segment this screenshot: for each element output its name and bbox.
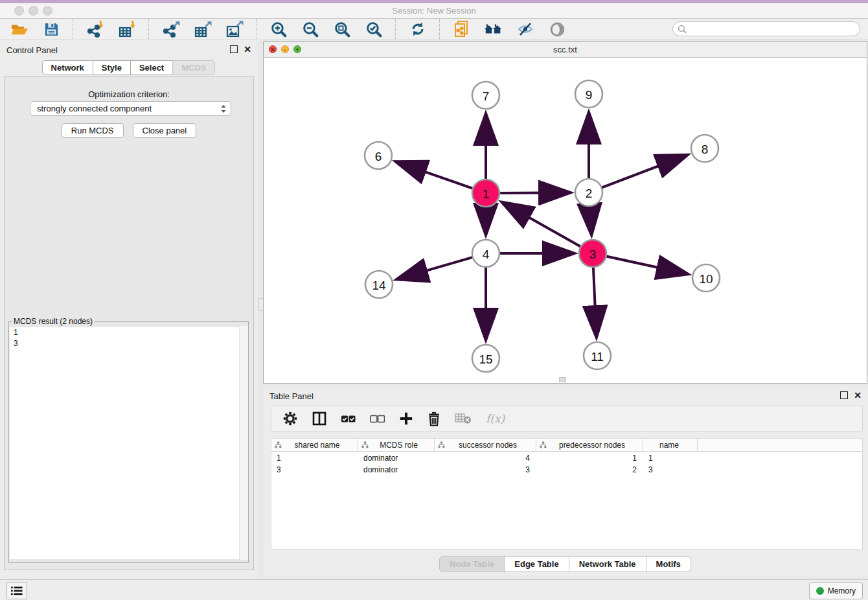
graph-node-7[interactable]: 7 [472, 82, 499, 109]
unselect-all-columns-button[interactable] [370, 415, 385, 423]
home-icon [483, 21, 504, 37]
float-table-panel-icon[interactable] [840, 391, 848, 399]
result-scrollbar[interactable] [239, 326, 248, 560]
svg-text:8: 8 [702, 143, 709, 156]
graph-edge-3-1[interactable] [501, 202, 582, 248]
cell-mcds-role[interactable]: dominator [358, 453, 435, 463]
svg-text:7: 7 [483, 89, 490, 103]
network-canvas[interactable]: 7961284314101511 [264, 58, 867, 384]
home-button[interactable] [483, 19, 504, 39]
cell-successor-nodes[interactable]: 4 [435, 453, 536, 463]
zoom-fit-icon [334, 21, 351, 38]
graph-node-4[interactable]: 4 [472, 240, 499, 267]
tab-network[interactable]: Network [42, 60, 93, 75]
cell-mcds-role[interactable]: dominator [358, 465, 435, 475]
cell-name[interactable]: 1 [643, 453, 698, 463]
graph-node-6[interactable]: 6 [365, 142, 392, 169]
column-header-shared-name[interactable]: shared name [271, 439, 358, 451]
save-session-button[interactable] [41, 19, 62, 39]
tab-style[interactable]: Style [93, 60, 131, 75]
cell-shared-name[interactable]: 3 [271, 465, 358, 475]
show-columns-button[interactable] [312, 411, 326, 426]
graph-edge-2-8[interactable] [600, 155, 688, 188]
graph-node-9[interactable]: 9 [575, 80, 602, 108]
zoom-selected-button[interactable] [363, 19, 384, 39]
export-network-button[interactable] [161, 19, 181, 39]
open-session-button[interactable] [9, 19, 30, 39]
graph-edge-3-10[interactable] [605, 256, 689, 274]
equation-builder-button[interactable]: f(x) [486, 412, 505, 425]
task-history-button[interactable] [6, 583, 27, 599]
svg-text:1: 1 [483, 187, 490, 201]
column-header-mcds-role[interactable]: MCDS role [358, 439, 435, 451]
search-input[interactable] [687, 23, 860, 36]
column-header-successor-nodes[interactable]: successor nodes [435, 439, 536, 451]
criterion-dropdown[interactable]: strongly connected component [30, 101, 231, 116]
delete-table-button[interactable] [455, 413, 472, 424]
network-scroll-nub[interactable] [559, 377, 566, 382]
cell-shared-name[interactable]: 1 [271, 453, 358, 463]
export-image-icon [225, 20, 244, 38]
create-column-button[interactable] [399, 411, 413, 426]
search-box[interactable] [672, 21, 860, 36]
cell-successor-nodes[interactable]: 3 [435, 465, 536, 475]
column-header-name[interactable]: name [643, 439, 698, 451]
select-all-columns-button[interactable] [341, 415, 356, 423]
export-network-icon [162, 20, 180, 38]
clone-network-button[interactable] [451, 19, 472, 39]
zoom-out-button[interactable] [300, 19, 321, 39]
mcds-result-list[interactable]: 13 [10, 327, 247, 559]
table-row[interactable]: 1dominator411 [271, 453, 862, 463]
cell-predecessor-nodes[interactable]: 1 [536, 453, 643, 463]
tab-edge-table[interactable]: Edge Table [504, 556, 569, 572]
export-image-button[interactable] [224, 19, 245, 39]
graph-node-11[interactable]: 11 [584, 342, 611, 369]
zoom-in-button[interactable] [268, 19, 289, 39]
tab-select[interactable]: Select [130, 60, 173, 75]
graph-node-10[interactable]: 10 [692, 264, 720, 292]
tab-network-table[interactable]: Network Table [569, 556, 646, 572]
graph-edge-1-6[interactable] [395, 161, 474, 189]
graph-edge-4-14[interactable] [396, 257, 474, 279]
refresh-button[interactable] [407, 19, 428, 39]
graph-edge-3-11[interactable] [593, 266, 597, 338]
delete-columns-button[interactable] [428, 411, 440, 426]
tab-mcds[interactable]: MCDS [172, 60, 215, 75]
run-mcds-button[interactable]: Run MCDS [62, 123, 124, 138]
import-table-button[interactable] [117, 19, 137, 39]
import-network-button[interactable] [85, 19, 106, 39]
graph-node-3[interactable]: 3 [579, 240, 606, 267]
cell-predecessor-nodes[interactable]: 2 [536, 465, 643, 475]
close-table-panel-icon[interactable]: ✕ [854, 392, 862, 398]
table-settings-button[interactable] [282, 411, 298, 426]
panel-splitter[interactable] [258, 40, 263, 579]
graph-node-15[interactable]: 15 [472, 345, 499, 372]
table-panel-tabs: Node TableEdge TableNetwork TableMotifs [263, 556, 868, 572]
zoom-out-icon [302, 21, 319, 38]
node-table[interactable]: shared nameMCDS rolesuccessor nodesprede… [271, 438, 863, 549]
graph-node-1[interactable]: 1 [472, 179, 499, 207]
graph-node-14[interactable]: 14 [365, 271, 393, 298]
graph-edge-1-2[interactable] [498, 192, 571, 193]
float-panel-icon[interactable] [230, 45, 238, 53]
network-window-titlebar[interactable]: ✕ − + scc.txt [264, 42, 867, 58]
tab-motifs[interactable]: Motifs [646, 556, 691, 572]
eye-icon [549, 21, 566, 38]
export-table-icon [194, 20, 212, 38]
table-row[interactable]: 3dominator323 [271, 465, 862, 475]
mcds-panel: Optimization criterion: strongly connect… [4, 76, 254, 570]
cell-name[interactable]: 3 [643, 465, 698, 475]
zoom-fit-button[interactable] [332, 19, 352, 39]
show-graphics-details-button[interactable] [547, 19, 567, 39]
close-panel-icon[interactable]: ✕ [244, 46, 251, 52]
column-header-predecessor-nodes[interactable]: predecessor nodes [536, 439, 643, 451]
export-table-button[interactable] [192, 19, 213, 39]
graph-edge-2-3[interactable] [589, 205, 591, 235]
graph-node-2[interactable]: 2 [575, 179, 602, 206]
hide-style-button[interactable] [515, 19, 536, 39]
memory-button[interactable]: Memory [809, 583, 863, 599]
close-panel-button[interactable]: Close panel [133, 123, 197, 138]
toolbar-separator [73, 19, 74, 39]
tab-node-table[interactable]: Node Table [439, 556, 505, 572]
graph-node-8[interactable]: 8 [691, 135, 718, 162]
